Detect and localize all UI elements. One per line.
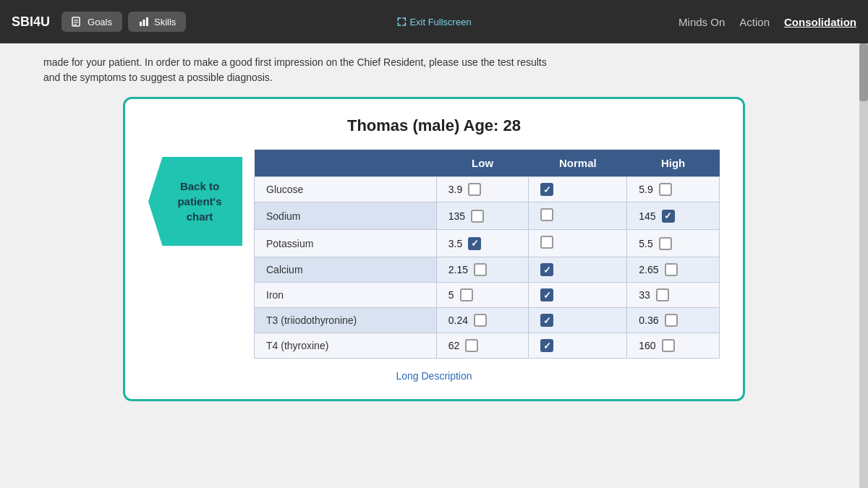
scrollbar-thumb[interactable]	[859, 43, 868, 101]
goals-button[interactable]: Goals	[61, 12, 122, 32]
card-inner: Back to patient's chart Low Normal High …	[148, 150, 720, 359]
cell-name: Potassium	[255, 230, 437, 257]
long-description-link[interactable]: Long Description	[148, 370, 720, 382]
nav-minds-on[interactable]: Minds On	[678, 16, 725, 28]
svg-rect-6	[146, 17, 148, 26]
back-to-chart-button[interactable]: Back to patient's chart	[148, 157, 242, 246]
high-checkbox[interactable]	[662, 210, 675, 223]
cell-normal	[529, 333, 627, 359]
high-checkbox[interactable]	[662, 339, 675, 352]
high-value: 145	[639, 210, 655, 222]
high-value: 33	[639, 289, 650, 301]
cell-low: 135	[436, 202, 529, 230]
low-checkbox[interactable]	[465, 339, 478, 352]
col-header-name	[255, 150, 437, 177]
cell-low: 0.24	[436, 308, 529, 333]
high-value: 160	[639, 340, 655, 351]
low-value: 0.24	[448, 314, 468, 326]
cell-normal	[529, 177, 627, 202]
low-checkbox[interactable]	[474, 263, 487, 276]
lab-results-table: Low Normal High Glucose3.95.9Sodium13514…	[254, 150, 720, 359]
cell-name: Calcium	[255, 257, 437, 283]
low-value: 3.9	[448, 184, 462, 195]
scrollbar[interactable]	[859, 43, 868, 488]
low-value: 135	[448, 210, 465, 222]
col-header-normal: Normal	[529, 150, 627, 177]
exit-fullscreen-icon	[396, 17, 407, 27]
goals-icon	[72, 16, 83, 27]
cell-high: 5.9	[627, 177, 720, 202]
high-value: 2.65	[639, 264, 658, 275]
high-value: 0.36	[639, 314, 658, 326]
content-area: made for your patient. In order to make …	[0, 43, 868, 488]
high-checkbox[interactable]	[659, 183, 672, 196]
intro-line2: and the symptoms to suggest a possible d…	[43, 72, 273, 83]
table-row: Calcium2.152.65	[255, 257, 720, 283]
col-header-high: High	[627, 150, 720, 177]
exit-fullscreen-button[interactable]: Exit Fullscreen	[396, 17, 471, 27]
card-title: Thomas (male) Age: 28	[148, 116, 720, 135]
cell-high: 2.65	[627, 257, 720, 283]
normal-checkbox[interactable]	[540, 183, 553, 196]
table-row: Sodium135145	[255, 202, 720, 230]
low-value: 3.5	[448, 238, 462, 249]
high-checkbox[interactable]	[665, 314, 678, 327]
cell-name: Sodium	[255, 202, 437, 230]
cell-name: Iron	[255, 283, 437, 308]
svg-rect-5	[142, 20, 145, 26]
nav-consolidation[interactable]: Consolidation	[784, 16, 856, 28]
nav-action[interactable]: Action	[739, 16, 770, 28]
low-value: 62	[448, 340, 460, 351]
cell-high: 33	[627, 283, 720, 308]
cell-low: 2.15	[436, 257, 529, 283]
cell-name: T4 (thyroxine)	[255, 333, 437, 359]
cell-name: Glucose	[255, 177, 437, 202]
intro-paragraph: made for your patient. In order to make …	[43, 55, 825, 85]
cell-low: 62	[436, 333, 529, 359]
high-checkbox[interactable]	[659, 237, 672, 250]
low-value: 2.15	[448, 264, 468, 275]
skills-label: Skills	[154, 17, 176, 27]
table-row: Glucose3.95.9	[255, 177, 720, 202]
normal-checkbox[interactable]	[540, 208, 553, 221]
skills-icon	[138, 16, 150, 27]
cell-normal	[529, 283, 627, 308]
high-checkbox[interactable]	[665, 263, 678, 276]
col-header-low: Low	[436, 150, 529, 177]
high-checkbox[interactable]	[656, 288, 669, 301]
cell-name: T3 (triiodothyronine)	[255, 308, 437, 333]
svg-rect-4	[140, 22, 142, 26]
table-row: T3 (triiodothyronine)0.240.36	[255, 308, 720, 333]
low-checkbox[interactable]	[460, 288, 473, 301]
low-checkbox[interactable]	[468, 237, 481, 250]
patient-card: Thomas (male) Age: 28 Back to patient's …	[123, 97, 745, 401]
low-value: 5	[448, 289, 454, 301]
cell-low: 3.5	[436, 230, 529, 257]
low-checkbox[interactable]	[471, 210, 484, 223]
low-checkbox[interactable]	[468, 183, 481, 196]
low-checkbox[interactable]	[474, 314, 487, 327]
high-value: 5.5	[639, 238, 652, 249]
table-row: Potassium3.55.5	[255, 230, 720, 257]
exit-fullscreen-label: Exit Fullscreen	[409, 17, 471, 27]
normal-checkbox[interactable]	[540, 236, 553, 249]
cell-normal	[529, 230, 627, 257]
normal-checkbox[interactable]	[540, 314, 553, 327]
cell-high: 145	[627, 202, 720, 230]
table-row: Iron533	[255, 283, 720, 308]
normal-checkbox[interactable]	[540, 263, 553, 276]
cell-low: 5	[436, 283, 529, 308]
cell-normal	[529, 308, 627, 333]
goals-label: Goals	[88, 17, 112, 27]
high-value: 5.9	[639, 184, 652, 195]
normal-checkbox[interactable]	[540, 288, 553, 301]
normal-checkbox[interactable]	[540, 339, 553, 352]
cell-high: 160	[627, 333, 720, 359]
skills-button[interactable]: Skills	[128, 12, 186, 32]
cell-low: 3.9	[436, 177, 529, 202]
cell-high: 5.5	[627, 230, 720, 257]
top-bar-left: SBI4U Goals Skills	[12, 12, 186, 32]
brand-label: SBI4U	[12, 14, 50, 30]
intro-line1: made for your patient. In order to make …	[43, 56, 547, 68]
top-bar: SBI4U Goals Skills Exit Full	[0, 0, 868, 43]
